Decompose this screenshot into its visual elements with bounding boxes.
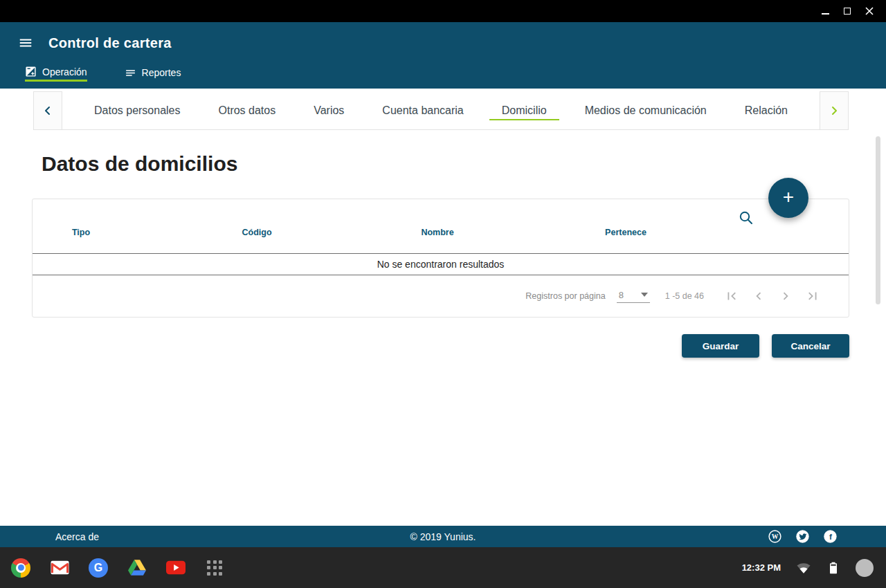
- pagination-bar: Registros por página 8 1 -5 de 46: [33, 275, 849, 317]
- minimize-button[interactable]: [814, 0, 836, 22]
- pagination-range: 1 -5 de 46: [665, 291, 704, 301]
- wordpress-icon[interactable]: W: [767, 529, 782, 544]
- minimize-icon: [822, 13, 829, 15]
- clock: 12:32 PM: [742, 562, 781, 573]
- facebook-icon[interactable]: f: [822, 529, 838, 544]
- app-title: Control de cartera: [48, 35, 172, 51]
- exposure-icon: [25, 66, 37, 77]
- pagination-controls: [723, 288, 821, 304]
- main-content: Datos personales Otros datos Varios Cuen…: [0, 89, 886, 526]
- caret-down-icon: [641, 293, 648, 297]
- column-header-pertenece: Pertenece: [605, 228, 647, 237]
- page-footer: Acerca de © 2019 Yunius. W f: [0, 526, 886, 547]
- per-page-label: Registros por página: [525, 291, 605, 301]
- search-icon: [738, 210, 754, 226]
- titlebar: [0, 0, 886, 22]
- next-page-button[interactable]: [777, 288, 794, 304]
- nav-label-operacion: Operación: [42, 66, 87, 77]
- column-header-tipo: Tipo: [72, 228, 90, 237]
- column-header-nombre: Nombre: [421, 228, 453, 237]
- about-link[interactable]: Acerca de: [55, 531, 99, 542]
- per-page-select[interactable]: 8: [617, 290, 650, 303]
- maximize-button[interactable]: [836, 0, 858, 22]
- tab-label: Domicilio: [502, 104, 547, 117]
- add-button[interactable]: +: [768, 178, 808, 218]
- page-title: Datos de domicilios: [42, 152, 237, 176]
- tab-relacion[interactable]: Relación: [731, 91, 802, 129]
- vertical-scrollbar[interactable]: [876, 136, 880, 304]
- avatar[interactable]: [856, 559, 874, 577]
- last-page-button[interactable]: [804, 288, 821, 304]
- first-page-button[interactable]: [723, 288, 740, 304]
- chevron-right-icon: [829, 105, 840, 116]
- twitter-icon[interactable]: [795, 529, 810, 544]
- nav-item-reportes[interactable]: Reportes: [125, 64, 181, 82]
- close-button[interactable]: [858, 0, 880, 22]
- app-window: Control de cartera Operación Reportes: [0, 0, 886, 588]
- previous-page-icon: [751, 288, 766, 304]
- youtube-icon[interactable]: [166, 558, 186, 578]
- first-page-icon: [724, 288, 739, 304]
- empty-state-row: No se encontraron resultados: [33, 253, 849, 275]
- drive-icon[interactable]: [127, 558, 147, 578]
- domicilios-table: Tipo Código Nombre Pertenece No se encon…: [32, 199, 849, 318]
- header-nav: Operación Reportes: [0, 64, 886, 89]
- apps-grid-icon[interactable]: [205, 558, 224, 578]
- system-shelf: G 12:32 PM: [0, 547, 886, 588]
- per-page-value: 8: [619, 290, 624, 300]
- maximize-icon: [844, 8, 851, 15]
- hamburger-menu-icon[interactable]: [18, 35, 33, 50]
- tab-list: Datos personales Otros datos Varios Cuen…: [62, 91, 820, 130]
- search-button[interactable]: [738, 210, 754, 226]
- battery-icon: [826, 560, 840, 576]
- next-page-icon: [778, 288, 793, 304]
- gmail-icon[interactable]: [50, 558, 69, 578]
- column-header-codigo: Código: [242, 228, 271, 237]
- save-button[interactable]: Guardar: [682, 334, 759, 358]
- previous-page-button[interactable]: [750, 288, 767, 304]
- last-page-icon: [805, 288, 820, 304]
- google-icon[interactable]: G: [89, 558, 108, 578]
- cancel-button[interactable]: Cancelar: [772, 334, 849, 358]
- tab-otros-datos[interactable]: Otros datos: [205, 91, 290, 129]
- chevron-left-icon: [42, 105, 53, 116]
- plus-icon: +: [783, 187, 794, 207]
- nav-label-reportes: Reportes: [142, 67, 181, 78]
- tab-varios[interactable]: Varios: [300, 91, 358, 129]
- tab-label: Datos personales: [94, 104, 181, 117]
- nav-item-operacion[interactable]: Operación: [25, 64, 87, 82]
- tab-medios-comunicacion[interactable]: Medios de comunicación: [571, 91, 721, 129]
- status-tray[interactable]: 12:32 PM: [742, 559, 886, 577]
- tab-datos-personales[interactable]: Datos personales: [80, 91, 195, 129]
- tab-label: Medios de comunicación: [585, 104, 707, 117]
- svg-text:f: f: [829, 532, 832, 542]
- social-links: W f: [767, 529, 838, 544]
- empty-state-message: No se encontraron resultados: [377, 259, 505, 270]
- tab-cuenta-bancaria[interactable]: Cuenta bancaria: [368, 91, 477, 129]
- app-header: Control de cartera Operación Reportes: [0, 22, 886, 89]
- tab-label: Varios: [314, 104, 344, 117]
- tab-label: Relación: [745, 104, 788, 117]
- tab-domicilio[interactable]: Domicilio: [488, 91, 561, 129]
- copyright-text: © 2019 Yunius.: [410, 531, 476, 542]
- notes-icon: [125, 67, 136, 79]
- tab-label: Cuenta bancaria: [382, 104, 463, 117]
- tabstrip: Datos personales Otros datos Varios Cuen…: [33, 91, 849, 130]
- shelf-apps: G: [11, 558, 224, 578]
- close-icon: [865, 7, 874, 15]
- tab-label: Otros datos: [219, 104, 276, 117]
- tabs-scroll-right-button[interactable]: [820, 91, 849, 130]
- tabs-scroll-left-button[interactable]: [33, 91, 62, 130]
- chrome-icon[interactable]: [11, 558, 30, 578]
- svg-text:W: W: [771, 533, 778, 540]
- wifi-icon: [796, 560, 811, 576]
